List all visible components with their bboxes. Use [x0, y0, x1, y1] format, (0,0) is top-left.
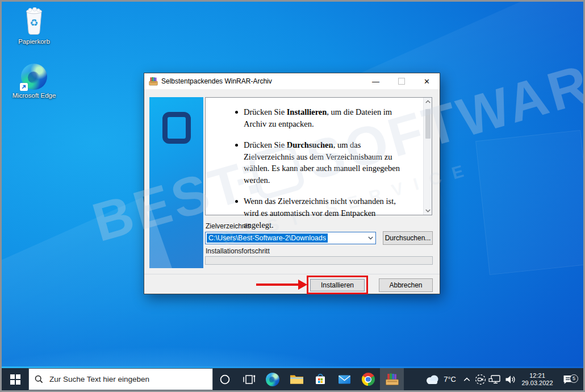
svg-text:♻: ♻ — [30, 17, 38, 28]
winrar-sfx-dialog: Selbstentpackendes WinRAR-Archiv — ✕ Drü… — [144, 73, 440, 294]
windows-logo-icon — [10, 374, 20, 385]
volume-tray-button[interactable] — [503, 374, 517, 385]
scrollbar-thumb[interactable] — [425, 109, 431, 139]
clock-time: 12:21 — [529, 372, 545, 380]
scroll-up-icon[interactable] — [425, 100, 431, 103]
desktop-icon-recycle-bin[interactable]: ♻ Papierkorb — [9, 6, 59, 45]
taskbar-file-explorer-button[interactable] — [285, 368, 308, 390]
dialog-titlebar[interactable]: Selbstentpackendes WinRAR-Archiv — ✕ — [144, 73, 440, 89]
desktop-icon-label: Papierkorb — [9, 38, 59, 45]
target-directory-value[interactable]: C:\Users\Best-Software-2\Downloads — [207, 233, 328, 243]
taskbar-chrome-button[interactable] — [356, 368, 380, 390]
taskbar-task-view-button[interactable] — [237, 368, 261, 390]
cortana-icon — [219, 374, 231, 385]
meet-now-tray-button[interactable] — [473, 373, 488, 386]
weather-widget[interactable]: 7°C — [421, 374, 461, 385]
ethernet-network-icon — [488, 374, 502, 385]
wallpaper-window-pane — [475, 130, 585, 275]
winrar-icon — [385, 373, 399, 386]
close-button[interactable]: ✕ — [414, 73, 440, 89]
show-hidden-icons-button[interactable] — [461, 377, 473, 382]
system-tray: 7°C — [421, 368, 583, 390]
installation-progress-bar — [205, 256, 433, 265]
chrome-icon — [362, 373, 375, 386]
recycle-bin-icon: ♻ — [9, 6, 59, 36]
chevron-up-icon — [463, 377, 470, 382]
network-tray-button[interactable] — [488, 374, 503, 385]
instructions-text-area: Drücken Sie Installieren, um die Dateien… — [205, 97, 432, 215]
cancel-button[interactable]: Abbrechen — [379, 278, 433, 292]
footer-separator — [144, 274, 440, 274]
combobox-dropdown-icon[interactable] — [366, 232, 375, 244]
clock-date: 29.03.2022 — [521, 380, 553, 387]
maximize-button — [388, 73, 414, 89]
taskbar-search-box[interactable] — [28, 368, 213, 390]
taskbar-winrar-button-active[interactable] — [380, 368, 404, 390]
mail-icon — [338, 374, 351, 385]
taskbar-edge-button[interactable] — [261, 368, 285, 390]
instruction-item: Wenn das Zielverzeichnis nicht vorhanden… — [234, 195, 403, 231]
instruction-item: Drücken Sie Durchsuchen, um das Zielverz… — [234, 139, 403, 186]
taskbar-mail-button[interactable] — [332, 368, 356, 390]
task-view-icon — [243, 373, 256, 386]
winrar-sfx-icon — [149, 77, 158, 86]
windows-desktop-screen: BEST SOFTWARE BEST SERVICE ♻ Papierkorb — [0, 0, 585, 392]
file-explorer-icon — [290, 374, 304, 385]
temperature-text: 7°C — [444, 375, 456, 383]
progress-label: Installationsfortschritt — [206, 247, 270, 255]
sfx-side-banner — [149, 97, 203, 268]
scroll-down-icon[interactable] — [425, 209, 431, 212]
browse-button[interactable]: Durchsuchen... — [383, 231, 433, 245]
taskbar-store-button[interactable] — [308, 368, 332, 390]
action-center-button[interactable]: 5 — [557, 374, 580, 385]
vertical-scrollbar[interactable] — [423, 98, 432, 215]
cloud-icon — [424, 374, 441, 385]
desktop-icon-label: Microsoft Edge — [9, 92, 59, 99]
edge-icon — [266, 373, 279, 386]
microsoft-store-icon — [314, 373, 327, 385]
red-arrow-annotation — [256, 283, 299, 286]
red-highlight-box — [307, 276, 368, 294]
dialog-body: Drücken Sie Installieren, um die Dateien… — [144, 89, 440, 294]
notification-count-badge: 5 — [570, 374, 578, 383]
taskbar-clock[interactable]: 12:21 29.03.2022 — [517, 372, 557, 387]
search-input[interactable] — [48, 374, 207, 384]
meet-now-icon — [474, 373, 487, 386]
start-button[interactable] — [2, 368, 28, 390]
speaker-volume-icon — [504, 374, 516, 385]
shortcut-arrow-icon — [20, 83, 28, 91]
sfx-banner-logo — [162, 112, 191, 144]
desktop-icon-microsoft-edge[interactable]: Microsoft Edge — [9, 60, 59, 99]
search-icon — [35, 375, 43, 383]
target-directory-combobox[interactable]: C:\Users\Best-Software-2\Downloads — [205, 232, 376, 244]
red-arrow-head — [298, 280, 307, 290]
instruction-item: Drücken Sie Installieren, um die Dateien… — [234, 106, 403, 130]
taskbar: 7°C — [2, 368, 583, 390]
edge-icon — [9, 60, 59, 90]
target-directory-label: Zielverzeichnis — [206, 222, 250, 230]
taskbar-cortana-button[interactable] — [213, 368, 237, 390]
dialog-title: Selbstentpackendes WinRAR-Archiv — [161, 77, 272, 85]
instructions-list: Drücken Sie Installieren, um die Dateien… — [234, 106, 403, 231]
